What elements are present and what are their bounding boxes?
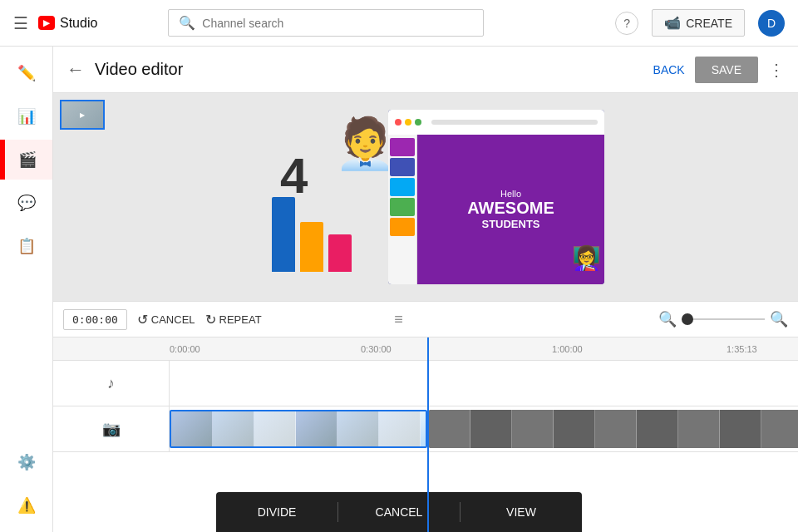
avatar[interactable]: D (758, 10, 785, 37)
header-actions: BACK SAVE ⋮ (653, 57, 785, 83)
studio-label: Studio (60, 16, 97, 31)
students-text: STUDENTS (481, 218, 539, 230)
bar-chart (272, 197, 352, 272)
mark-0: 0:00:00 (170, 344, 200, 354)
repeat-icon: ↻ (205, 312, 216, 328)
sidebar-item-video[interactable]: 🎬 (0, 140, 52, 180)
zoom-thumb (682, 313, 693, 325)
time-display: 0:00:00 (63, 309, 127, 330)
dot-1 (395, 119, 401, 126)
hello-text: Hello (500, 189, 521, 199)
repeat-button[interactable]: ↻ REPEAT (205, 312, 262, 328)
clip-thumbs-1 (171, 411, 426, 446)
video-camera-icon: 📷 (102, 420, 121, 438)
audio-track: ♪ (53, 361, 798, 406)
cancel-icon: ↺ (137, 312, 148, 328)
video-preview: 4 🧑‍💼 (234, 97, 617, 297)
bar-3 (328, 234, 352, 272)
youtube-logo: ▶ (38, 16, 55, 30)
timeline-controls: 0:00:00 ↺ CANCEL ↻ REPEAT ≡ 🔍 🔍 (53, 301, 798, 337)
header-bar: ← Video editor BACK SAVE ⋮ (53, 47, 798, 93)
feedback-icon[interactable]: ⚠️ (7, 485, 47, 525)
awesome-text: AWESOME (467, 199, 554, 218)
video-clip-2[interactable] (429, 410, 798, 448)
settings-icon[interactable]: ⚙️ (7, 442, 47, 482)
clip-thumbs-2 (429, 410, 798, 448)
figure-number: 4 (280, 147, 308, 204)
view-button[interactable]: VIEW (461, 492, 582, 532)
more-options-icon[interactable]: ⋮ (768, 60, 785, 80)
nav-right: ? 📹 CREATE D (615, 9, 785, 37)
bottom-action-bar: DIVIDE CANCEL VIEW (216, 492, 582, 532)
character-figure: 🧑‍💼 (334, 114, 397, 173)
hamburger-icon[interactable]: ☰ (13, 13, 28, 33)
editor-area: ▶ 4 🧑‍💼 (53, 93, 798, 532)
video-clip-1[interactable] (170, 410, 427, 448)
help-icon[interactable]: ? (615, 12, 638, 35)
divide-button[interactable]: DIVIDE (216, 492, 337, 532)
search-input[interactable] (202, 17, 473, 30)
preview-area: ▶ 4 🧑‍💼 (53, 93, 798, 301)
logo-area: ▶ Studio (38, 16, 97, 31)
zoom-out-icon[interactable]: 🔍 (658, 310, 677, 328)
mark-3: 1:35:13 (727, 344, 757, 354)
save-button[interactable]: SAVE (695, 57, 758, 83)
zoom-controls: 🔍 🔍 (658, 310, 788, 328)
dot-2 (405, 119, 411, 126)
page-title: Video editor (95, 60, 643, 79)
search-bar[interactable]: 🔍 (168, 9, 484, 37)
video-track-label: 📷 (53, 406, 170, 451)
top-nav: ☰ ▶ Studio 🔍 ? 📹 CREATE D (0, 0, 798, 47)
create-button[interactable]: 📹 CREATE (652, 9, 745, 37)
slide-content: Hello AWESOME STUDENTS 👩‍🏫 (417, 135, 604, 284)
thumbnail-strip: ▶ (60, 100, 105, 130)
sidebar-item-edit[interactable]: ✏️ (7, 53, 47, 93)
zoom-in-icon[interactable]: 🔍 (770, 310, 788, 328)
play-icon: ▶ (43, 18, 50, 27)
sidebar: ✏️ 📊 🎬 💬 📋 ⚙️ ⚠️ (0, 47, 53, 532)
sidebar-item-analytics[interactable]: 📊 (7, 96, 47, 136)
video-track-content (170, 406, 798, 451)
main-content: ← Video editor BACK SAVE ⋮ ▶ 4 (53, 47, 798, 532)
sidebar-bottom: ⚙️ ⚠️ (7, 442, 47, 532)
mark-2: 1:00:00 (552, 344, 583, 354)
create-camera-icon: 📹 (664, 15, 681, 31)
preview-left: 4 🧑‍💼 (247, 106, 388, 288)
audio-icon: ♪ (107, 375, 115, 392)
audio-track-content (170, 361, 798, 406)
back-button[interactable]: BACK (653, 63, 685, 76)
back-arrow-button[interactable]: ← (66, 59, 85, 81)
sidebar-item-subtitles[interactable]: 📋 (7, 226, 47, 266)
sidebar-item-comments[interactable]: 💬 (7, 183, 47, 223)
search-icon: 🔍 (179, 15, 195, 31)
video-track: 📷 (53, 406, 798, 452)
presentation-header (388, 110, 604, 135)
cancel-button[interactable]: ↺ CANCEL (137, 312, 195, 328)
preview-right: Hello AWESOME STUDENTS 👩‍🏫 (388, 110, 604, 284)
playhead-video (427, 406, 429, 451)
presenter-figure: 👩‍🏫 (572, 244, 601, 272)
dot-3 (415, 119, 421, 126)
slide-thumbnails (388, 135, 417, 284)
mark-1: 0:30:00 (361, 344, 392, 354)
timeline-ruler: 0:00:00 0:30:00 1:00:00 1:35:13 (53, 337, 798, 361)
bar-2 (300, 222, 323, 272)
audio-track-label: ♪ (53, 361, 170, 406)
bar-1 (272, 197, 295, 272)
zoom-slider[interactable] (682, 318, 765, 320)
bottom-cancel-button[interactable]: CANCEL (338, 492, 460, 532)
menu-icon: ≡ (394, 311, 403, 328)
